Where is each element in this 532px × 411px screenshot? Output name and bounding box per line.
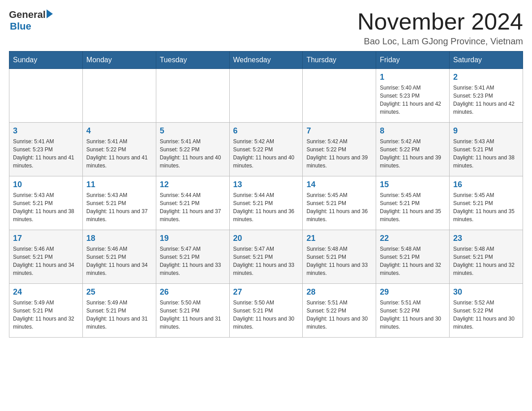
day-number: 3 (13, 126, 79, 136)
day-info: Sunrise: 5:40 AMSunset: 5:23 PMDaylight:… (380, 84, 446, 116)
day-number: 10 (13, 180, 79, 189)
day-info: Sunrise: 5:47 AMSunset: 5:21 PMDaylight:… (160, 245, 226, 277)
table-row: 15Sunrise: 5:45 AMSunset: 5:21 PMDayligh… (376, 176, 450, 230)
table-row: 17Sunrise: 5:46 AMSunset: 5:21 PMDayligh… (9, 230, 83, 284)
table-row: 12Sunrise: 5:44 AMSunset: 5:21 PMDayligh… (156, 176, 229, 230)
table-row (82, 69, 156, 123)
day-number: 1 (380, 73, 446, 82)
table-row (303, 69, 376, 123)
day-info: Sunrise: 5:48 AMSunset: 5:21 PMDaylight:… (306, 245, 372, 277)
day-number: 22 (380, 234, 446, 243)
table-row: 13Sunrise: 5:44 AMSunset: 5:21 PMDayligh… (229, 176, 303, 230)
day-number: 20 (233, 234, 299, 243)
day-number: 26 (160, 287, 226, 297)
day-number: 16 (453, 180, 519, 189)
table-row: 24Sunrise: 5:49 AMSunset: 5:21 PMDayligh… (9, 284, 83, 338)
day-number: 21 (306, 234, 372, 243)
day-info: Sunrise: 5:45 AMSunset: 5:21 PMDaylight:… (306, 191, 372, 223)
subtitle: Bao Loc, Lam GJong Province, Vietnam (357, 36, 523, 47)
day-number: 24 (13, 287, 79, 297)
day-info: Sunrise: 5:46 AMSunset: 5:21 PMDaylight:… (13, 245, 79, 277)
table-row: 7Sunrise: 5:42 AMSunset: 5:22 PMDaylight… (303, 123, 376, 176)
day-number: 7 (306, 126, 372, 136)
calendar-week-row: 17Sunrise: 5:46 AMSunset: 5:21 PMDayligh… (9, 230, 523, 284)
logo-triangle-icon (47, 9, 53, 18)
day-number: 27 (233, 287, 299, 297)
header-thursday: Thursday (303, 51, 376, 69)
table-row: 6Sunrise: 5:42 AMSunset: 5:22 PMDaylight… (229, 123, 303, 176)
day-info: Sunrise: 5:43 AMSunset: 5:21 PMDaylight:… (86, 191, 152, 223)
day-number: 17 (13, 234, 79, 243)
day-number: 2 (453, 73, 519, 82)
table-row: 5Sunrise: 5:41 AMSunset: 5:22 PMDaylight… (156, 123, 229, 176)
table-row: 19Sunrise: 5:47 AMSunset: 5:21 PMDayligh… (156, 230, 229, 284)
table-row: 16Sunrise: 5:45 AMSunset: 5:21 PMDayligh… (450, 176, 523, 230)
day-info: Sunrise: 5:43 AMSunset: 5:21 PMDaylight:… (13, 191, 79, 223)
day-number: 11 (86, 180, 152, 189)
day-number: 23 (453, 234, 519, 243)
day-info: Sunrise: 5:44 AMSunset: 5:21 PMDaylight:… (233, 191, 299, 223)
main-title: November 2024 (357, 9, 523, 34)
header-tuesday: Tuesday (156, 51, 229, 69)
day-info: Sunrise: 5:42 AMSunset: 5:22 PMDaylight:… (233, 137, 299, 170)
table-row: 11Sunrise: 5:43 AMSunset: 5:21 PMDayligh… (82, 176, 156, 230)
logo: General Blue (9, 9, 53, 32)
day-number: 4 (86, 126, 152, 136)
day-info: Sunrise: 5:41 AMSunset: 5:23 PMDaylight:… (13, 137, 79, 170)
day-number: 9 (453, 126, 519, 136)
day-info: Sunrise: 5:49 AMSunset: 5:21 PMDaylight:… (86, 299, 152, 331)
table-row: 2Sunrise: 5:41 AMSunset: 5:23 PMDaylight… (450, 69, 523, 123)
table-row: 10Sunrise: 5:43 AMSunset: 5:21 PMDayligh… (9, 176, 83, 230)
logo-text-blue: Blue (10, 21, 53, 32)
header-friday: Friday (376, 51, 450, 69)
day-info: Sunrise: 5:43 AMSunset: 5:21 PMDaylight:… (453, 137, 519, 170)
table-row (229, 69, 303, 123)
table-row: 29Sunrise: 5:51 AMSunset: 5:22 PMDayligh… (376, 284, 450, 338)
calendar-header-row: Sunday Monday Tuesday Wednesday Thursday… (9, 51, 523, 69)
table-row: 9Sunrise: 5:43 AMSunset: 5:21 PMDaylight… (450, 123, 523, 176)
day-info: Sunrise: 5:51 AMSunset: 5:22 PMDaylight:… (380, 299, 446, 331)
table-row: 4Sunrise: 5:41 AMSunset: 5:22 PMDaylight… (82, 123, 156, 176)
calendar-table: Sunday Monday Tuesday Wednesday Thursday… (9, 51, 523, 338)
day-number: 15 (380, 180, 446, 189)
day-info: Sunrise: 5:49 AMSunset: 5:21 PMDaylight:… (13, 299, 79, 331)
table-row: 21Sunrise: 5:48 AMSunset: 5:21 PMDayligh… (303, 230, 376, 284)
table-row: 22Sunrise: 5:48 AMSunset: 5:21 PMDayligh… (376, 230, 450, 284)
table-row: 23Sunrise: 5:48 AMSunset: 5:21 PMDayligh… (450, 230, 523, 284)
header-saturday: Saturday (450, 51, 523, 69)
day-info: Sunrise: 5:42 AMSunset: 5:22 PMDaylight:… (306, 137, 372, 170)
table-row: 27Sunrise: 5:50 AMSunset: 5:21 PMDayligh… (229, 284, 303, 338)
day-info: Sunrise: 5:51 AMSunset: 5:22 PMDaylight:… (306, 299, 372, 331)
day-number: 13 (233, 180, 299, 189)
calendar-week-row: 10Sunrise: 5:43 AMSunset: 5:21 PMDayligh… (9, 176, 523, 230)
title-area: November 2024 Bao Loc, Lam GJong Provinc… (357, 9, 523, 47)
day-number: 6 (233, 126, 299, 136)
day-number: 30 (453, 287, 519, 297)
day-info: Sunrise: 5:46 AMSunset: 5:21 PMDaylight:… (86, 245, 152, 277)
day-info: Sunrise: 5:50 AMSunset: 5:21 PMDaylight:… (160, 299, 226, 331)
day-info: Sunrise: 5:41 AMSunset: 5:22 PMDaylight:… (86, 137, 152, 170)
table-row: 8Sunrise: 5:42 AMSunset: 5:22 PMDaylight… (376, 123, 450, 176)
calendar-week-row: 24Sunrise: 5:49 AMSunset: 5:21 PMDayligh… (9, 284, 523, 338)
header-sunday: Sunday (9, 51, 83, 69)
header-monday: Monday (82, 51, 156, 69)
calendar-week-row: 1Sunrise: 5:40 AMSunset: 5:23 PMDaylight… (9, 69, 523, 123)
day-info: Sunrise: 5:50 AMSunset: 5:21 PMDaylight:… (233, 299, 299, 331)
day-number: 19 (160, 234, 226, 243)
day-info: Sunrise: 5:45 AMSunset: 5:21 PMDaylight:… (380, 191, 446, 223)
day-number: 18 (86, 234, 152, 243)
header-wednesday: Wednesday (229, 51, 303, 69)
table-row: 3Sunrise: 5:41 AMSunset: 5:23 PMDaylight… (9, 123, 83, 176)
day-number: 14 (306, 180, 372, 189)
day-info: Sunrise: 5:41 AMSunset: 5:22 PMDaylight:… (160, 137, 226, 170)
table-row: 26Sunrise: 5:50 AMSunset: 5:21 PMDayligh… (156, 284, 229, 338)
table-row: 30Sunrise: 5:52 AMSunset: 5:22 PMDayligh… (450, 284, 523, 338)
calendar-week-row: 3Sunrise: 5:41 AMSunset: 5:23 PMDaylight… (9, 123, 523, 176)
day-number: 29 (380, 287, 446, 297)
table-row: 14Sunrise: 5:45 AMSunset: 5:21 PMDayligh… (303, 176, 376, 230)
logo-text-general: General (9, 9, 46, 21)
page-header: General Blue November 2024 Bao Loc, Lam … (9, 9, 523, 47)
day-info: Sunrise: 5:41 AMSunset: 5:23 PMDaylight:… (453, 84, 519, 116)
table-row (156, 69, 229, 123)
day-number: 8 (380, 126, 446, 136)
